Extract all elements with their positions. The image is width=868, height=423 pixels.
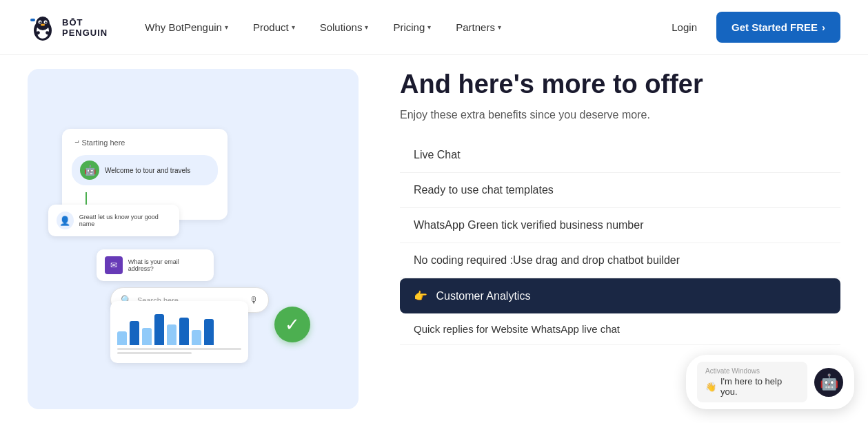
nav-item-why[interactable]: Why BotPenguin ▾ [135, 16, 238, 39]
feature-label: Ready to use chat templates [414, 184, 554, 196]
nav-item-pricing[interactable]: Pricing ▾ [383, 16, 441, 39]
svg-rect-10 [30, 19, 35, 21]
feature-chat-templates[interactable]: Ready to use chat templates [400, 173, 840, 208]
nav-item-partners[interactable]: Partners ▾ [446, 16, 511, 39]
wave-icon: 👋 [705, 382, 716, 392]
chevron-down-icon: ▾ [498, 23, 501, 31]
bar-5 [167, 324, 176, 345]
get-started-button[interactable]: Get Started FREE › [716, 12, 840, 43]
activate-windows-text: Activate Windows [705, 367, 799, 375]
feature-label: Quick replies for Website WhatsApp live … [414, 323, 620, 335]
nav-item-product[interactable]: Product ▾ [243, 16, 305, 39]
svg-point-2 [36, 17, 50, 30]
logo-text: BŌT PENGUIN [62, 17, 108, 38]
bar-7 [192, 330, 201, 345]
chart-line-1 [117, 348, 241, 350]
flow-start-label: Starting here [72, 138, 218, 147]
feature-live-chat[interactable]: Live Chat [400, 138, 840, 173]
bot-avatar: 🤖 [80, 161, 99, 180]
section-subtitle: Enjoy these extra benefits since you des… [400, 109, 840, 121]
user-icon: 👤 [57, 212, 74, 229]
chevron-down-icon: ▾ [292, 23, 295, 31]
illustration-inner: Starting here 🤖 Welcome to tour and trav… [55, 122, 331, 356]
nav-links: Why BotPenguin ▾ Product ▾ Solutions ▾ P… [135, 16, 663, 39]
chart-line-2 [117, 352, 192, 354]
analytics-card [110, 301, 248, 363]
feature-label: Live Chat [414, 149, 461, 161]
chat-widget-text: Activate Windows 👋 I'm here to help you. [697, 362, 807, 402]
chat-message: 👋 I'm here to help you. [705, 376, 799, 397]
feature-label: WhatsApp Green tick verified business nu… [414, 219, 643, 231]
feature-label: No coding required :Use drag and drop ch… [414, 254, 680, 266]
email-icon: ✉ [105, 256, 123, 274]
feature-whatsapp-tick[interactable]: WhatsApp Green tick verified business nu… [400, 208, 840, 243]
feature-no-coding[interactable]: No coding required :Use drag and drop ch… [400, 243, 840, 278]
bar-8 [204, 319, 214, 345]
bar-2 [130, 321, 139, 345]
nav-right: Login Get Started FREE › [663, 12, 840, 43]
svg-point-5 [39, 21, 41, 23]
chevron-down-icon: ▾ [225, 23, 228, 31]
feature-list: Live Chat Ready to use chat templates Wh… [400, 138, 840, 345]
flow-node: 🤖 Welcome to tour and travels [72, 155, 218, 185]
feature-label: Customer Analytics [436, 290, 530, 302]
email-card: ✉ What is your email address? [97, 249, 214, 281]
svg-point-6 [45, 21, 46, 23]
login-button[interactable]: Login [663, 16, 705, 39]
mic-icon: 🎙 [250, 295, 259, 305]
bar-chart [117, 311, 241, 345]
checkmark-badge: ✓ [274, 307, 310, 342]
bar-3 [142, 328, 152, 345]
flow-connector [85, 192, 87, 206]
pointing-icon: 👉 [414, 290, 427, 302]
bar-1 [117, 331, 127, 345]
feature-quick-replies[interactable]: Quick replies for Website WhatsApp live … [400, 313, 840, 345]
bar-4 [154, 314, 164, 345]
section-title: And here's more to offer [400, 69, 840, 101]
reply-card: 👤 Great! let us know your good name [48, 205, 179, 236]
svg-point-7 [41, 23, 45, 25]
chevron-down-icon: ▾ [427, 23, 431, 31]
email-text: What is your email address? [128, 258, 205, 272]
reply-text: Great! let us know your good name [79, 214, 171, 227]
navbar: BŌT PENGUIN Why BotPenguin ▾ Product ▾ S… [0, 0, 868, 55]
botpenguin-logo-icon [28, 12, 58, 43]
bar-6 [179, 318, 189, 345]
logo[interactable]: BŌT PENGUIN [28, 12, 108, 43]
illustration-panel: Starting here 🤖 Welcome to tour and trav… [28, 69, 359, 409]
feature-customer-analytics[interactable]: 👉 Customer Analytics [400, 278, 840, 313]
chat-bot-avatar[interactable]: 🤖 [814, 368, 843, 397]
chevron-down-icon: ▾ [365, 23, 368, 31]
flow-message: Welcome to tour and travels [105, 167, 190, 174]
arrow-right-icon: › [822, 21, 825, 33]
chat-widget[interactable]: Activate Windows 👋 I'm here to help you.… [686, 355, 854, 409]
nav-item-solutions[interactable]: Solutions ▾ [310, 16, 379, 39]
